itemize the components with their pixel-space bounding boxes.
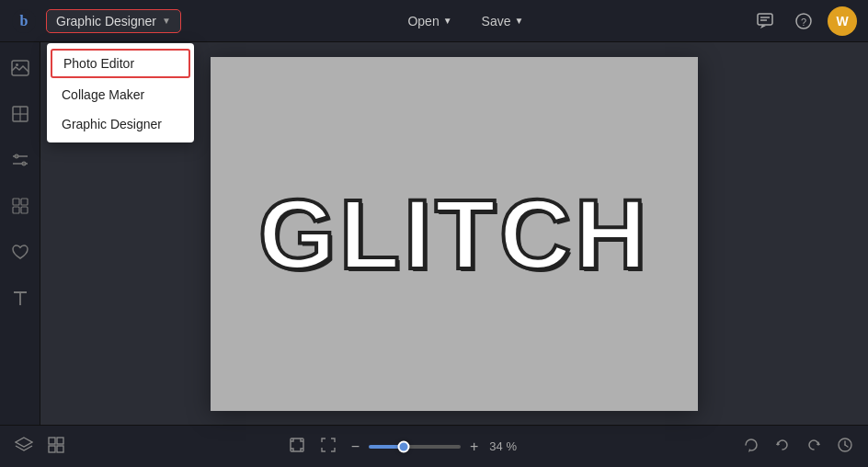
- save-button[interactable]: Save ▼: [471, 9, 535, 33]
- svg-point-15: [22, 162, 26, 165]
- topbar: b Graphic Designer ▼ Photo Editor Collag…: [0, 0, 868, 42]
- left-sidebar: [0, 42, 40, 425]
- svg-rect-24: [49, 446, 55, 452]
- svg-rect-16: [13, 199, 19, 205]
- adjust-tool-icon[interactable]: [6, 145, 35, 175]
- fullscreen-icon[interactable]: [316, 433, 340, 460]
- svg-point-8: [16, 63, 18, 66]
- dropdown-item-photo-editor[interactable]: Photo Editor: [51, 49, 190, 78]
- text-tool-icon[interactable]: [6, 283, 35, 313]
- dropdown-item-graphic-designer[interactable]: Graphic Designer: [47, 109, 194, 139]
- svg-rect-22: [49, 438, 55, 444]
- bottombar: − + 34 %: [0, 425, 868, 467]
- refresh-icon[interactable]: [739, 433, 763, 460]
- topbar-right: ? W: [750, 6, 857, 36]
- history-icon[interactable]: [833, 433, 857, 460]
- fit-canvas-icon[interactable]: [285, 433, 309, 460]
- bottom-left-tools: [11, 433, 68, 460]
- app-switcher[interactable]: Graphic Designer ▼ Photo Editor Collage …: [46, 9, 181, 33]
- svg-rect-23: [57, 438, 63, 444]
- topbar-center: Open ▼ Save ▼: [396, 9, 534, 33]
- svg-rect-17: [21, 199, 28, 205]
- help-button[interactable]: ?: [789, 6, 818, 36]
- svg-point-14: [15, 154, 18, 158]
- svg-rect-25: [57, 446, 63, 452]
- zoom-minus-button[interactable]: −: [348, 437, 363, 457]
- zoom-percent-label: 34 %: [489, 439, 522, 453]
- grid-tool-icon[interactable]: [6, 191, 35, 221]
- feedback-button[interactable]: [750, 6, 780, 36]
- zoom-thumb[interactable]: [398, 440, 410, 452]
- svg-rect-18: [13, 207, 19, 213]
- canvas: GLITCH: [211, 57, 698, 411]
- bottom-right-tools: [739, 433, 857, 460]
- canvas-glitch-text: GLITCH: [258, 177, 650, 291]
- svg-text:?: ?: [801, 16, 806, 27]
- svg-line-29: [845, 445, 848, 447]
- layout-tool-icon[interactable]: [6, 99, 35, 129]
- svg-rect-19: [21, 207, 28, 213]
- zoom-slider-container: − +: [348, 437, 483, 457]
- user-avatar[interactable]: W: [828, 6, 857, 36]
- save-chevron-icon: ▼: [515, 16, 524, 26]
- redo-icon[interactable]: [802, 433, 826, 460]
- chevron-down-icon: ▼: [162, 16, 171, 26]
- logo[interactable]: b: [11, 8, 37, 34]
- bottom-center-controls: − + 34 %: [77, 433, 730, 460]
- image-tool-icon[interactable]: [6, 53, 35, 83]
- dropdown-item-collage-maker[interactable]: Collage Maker: [47, 80, 194, 109]
- zoom-slider[interactable]: [369, 445, 461, 449]
- open-chevron-icon: ▼: [443, 16, 452, 26]
- app-switcher-label: Graphic Designer: [56, 14, 156, 28]
- svg-rect-2: [758, 14, 772, 25]
- favorites-tool-icon[interactable]: [6, 237, 35, 267]
- svg-text:b: b: [20, 13, 29, 28]
- grid-view-icon[interactable]: [44, 433, 68, 460]
- open-button[interactable]: Open ▼: [396, 9, 463, 33]
- app-dropdown-menu: Photo Editor Collage Maker Graphic Desig…: [47, 43, 194, 142]
- svg-rect-26: [291, 439, 303, 451]
- layers-icon[interactable]: [11, 433, 37, 460]
- undo-icon[interactable]: [771, 433, 794, 460]
- zoom-plus-button[interactable]: +: [466, 437, 482, 457]
